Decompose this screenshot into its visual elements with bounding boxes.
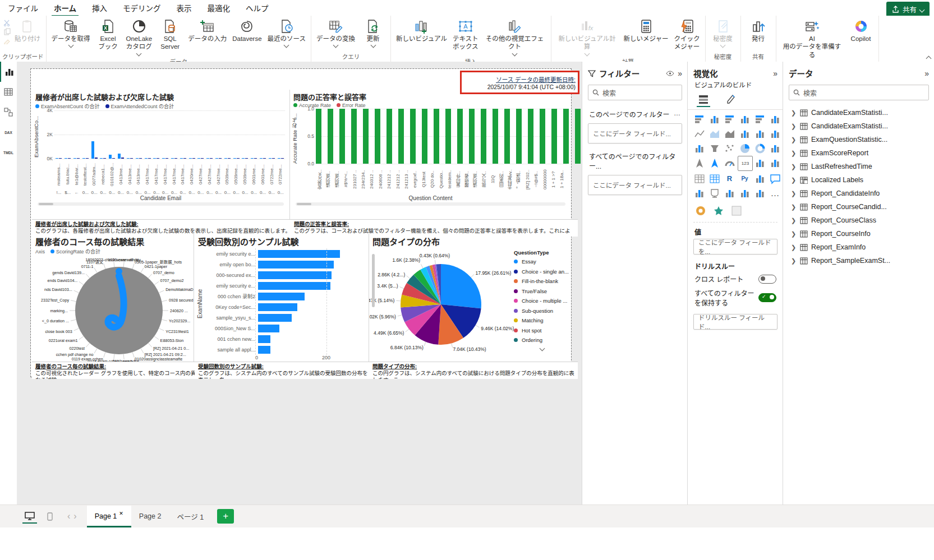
bar[interactable]	[481, 109, 486, 164]
legend-more-chevron-icon[interactable]	[514, 345, 570, 351]
scissors-icon[interactable]	[3, 19, 11, 26]
visual5-description[interactable]: 問題タイプの分布: この円グラフは、システム内のすべての試験における問題タイプの…	[369, 362, 578, 379]
menu-tab-ヘルプ[interactable]: ヘルプ	[238, 0, 277, 16]
hbar-row[interactable]: emily security e...	[204, 280, 369, 291]
bar-group[interactable]	[328, 109, 339, 164]
visual-type-icon-paginated[interactable]	[753, 186, 767, 200]
visual-type-icon-clustered-column[interactable]	[738, 112, 752, 126]
bar[interactable]	[445, 109, 451, 164]
bar[interactable]	[398, 109, 404, 164]
bar[interactable]	[540, 109, 545, 164]
hbar-row[interactable]: 000 cchen 录制2	[204, 291, 369, 302]
ribbon-button-Dataverse[interactable]: Dataverse	[229, 17, 264, 44]
next-page-icon[interactable]: ›	[73, 511, 76, 521]
filter-drop-this-page[interactable]: ここにデータ フィールド...	[588, 123, 682, 144]
bar[interactable]	[457, 109, 463, 164]
report-page[interactable]: 履修者が出席した試験および欠席した試験 ExamAbsentCount の合計E…	[31, 69, 571, 377]
bar[interactable]	[109, 155, 112, 159]
close-page-icon[interactable]: ✕	[119, 511, 123, 516]
menu-tab-ホーム[interactable]: ホーム	[46, 0, 84, 16]
bar[interactable]	[469, 109, 475, 164]
bar-group[interactable]	[516, 109, 528, 164]
visual-type-icon-comment[interactable]	[768, 172, 782, 186]
bar[interactable]	[575, 109, 581, 164]
bar[interactable]	[516, 109, 522, 164]
visual-type-icon-stacked-bar[interactable]	[692, 112, 706, 126]
menu-tab-モデリング[interactable]: モデリング	[115, 0, 169, 16]
visual-type-icon-python[interactable]: Py	[738, 172, 752, 186]
hbar-bar[interactable]	[258, 271, 332, 279]
ribbon-button-最近のソース[interactable]: 最近のソース	[265, 17, 309, 48]
expand-chevron-icon[interactable]: ❯	[791, 136, 797, 144]
report-canvas[interactable]: 履修者が出席した試験および欠席した試験 ExamAbsentCount の合計E…	[17, 62, 582, 505]
bar-group[interactable]	[434, 109, 445, 164]
visual-type-icon-scatter[interactable]	[723, 141, 737, 155]
bar[interactable]	[118, 154, 121, 159]
bar-group[interactable]	[117, 154, 126, 159]
visual4-plot[interactable]: ExamNameemily security e...emily open bo…	[195, 248, 369, 368]
expand-chevron-icon[interactable]: ❯	[791, 109, 797, 117]
pie-legend-item[interactable]: Sub-question	[514, 306, 570, 316]
cross-report-toggle[interactable]	[758, 275, 776, 284]
keep-all-filters-toggle[interactable]	[758, 293, 776, 302]
ribbon-button-Excelブック[interactable]: XExcel ブック	[93, 17, 123, 52]
ribbon-button-発行[interactable]: 発行	[743, 17, 774, 44]
copy-icon[interactable]	[3, 28, 11, 35]
hbar-row[interactable]: 001 cchen new...	[204, 334, 369, 344]
bar-group[interactable]	[540, 109, 551, 164]
bar-group[interactable]	[363, 109, 375, 164]
visual-type-icon-card[interactable]: 123	[738, 156, 753, 171]
bar-group[interactable]	[387, 109, 398, 164]
build-visual-mode-icon[interactable]	[697, 92, 710, 107]
pie-legend-item[interactable]: Fill-in-the-blank	[514, 276, 570, 286]
field-Report_CourseInfo[interactable]: ❯Report_CourseInfo	[786, 227, 931, 240]
visual-type-icon-slicer[interactable]	[753, 172, 767, 186]
visual1-plot[interactable]: 0K2K4KExamAbsentCo...msteams...tutu.blac…	[32, 110, 289, 206]
hbar-bar[interactable]	[258, 293, 305, 300]
hbar-row[interactable]: emily security e...	[204, 248, 369, 259]
visual-question-type-pie[interactable]: 問題タイプの分布 17.95K (26.61%)9.46K (14.02%)7.…	[369, 234, 571, 362]
expand-chevron-icon[interactable]: ❯	[791, 230, 797, 238]
custom-visual-slot[interactable]	[729, 203, 743, 217]
scrollbar-thumb[interactable]	[297, 203, 311, 205]
ribbon-button-新しいメジャー[interactable]: 新しいメジャー	[621, 17, 671, 44]
dax-query-view[interactable]: DAX	[0, 122, 17, 142]
ribbon-button-テキストボックス[interactable]: Aテキスト ボックス	[450, 17, 481, 52]
pie-legend-item[interactable]: Choice - multiple ...	[514, 296, 570, 306]
bar[interactable]	[528, 109, 533, 164]
pie-legend-item[interactable]: Essay	[514, 257, 570, 267]
visual-type-icon-pie[interactable]	[738, 141, 752, 155]
field-Report_CandidateInfo[interactable]: ❯Report_CandidateInfo	[786, 187, 931, 200]
ribbon-button-更新[interactable]: 更新	[358, 17, 388, 48]
visual-type-icon-qa[interactable]	[707, 186, 721, 200]
expand-chevron-icon[interactable]: ❯	[791, 217, 797, 224]
visual-type-icon-multi-card[interactable]	[753, 156, 767, 170]
ribbon-button-新しいビジュアル[interactable]: 新しいビジュアル	[393, 17, 450, 44]
bar-group[interactable]	[504, 109, 516, 164]
bar[interactable]	[328, 109, 333, 164]
collapse-data-pane-icon[interactable]: »	[924, 69, 929, 78]
visual-type-icon-line[interactable]	[692, 127, 706, 141]
expand-chevron-icon[interactable]: ❯	[791, 177, 797, 184]
visual2-plot[interactable]: 0.00.51.0Accurate Rate およ...安装JDK..请列谁..…	[290, 109, 571, 206]
bar-group[interactable]	[351, 109, 363, 164]
visual-type-icon-line-stacked-column[interactable]	[738, 127, 752, 141]
bar-group[interactable]	[339, 109, 351, 164]
expand-chevron-icon[interactable]: ❯	[791, 163, 797, 170]
filters-menu-icon[interactable]: …	[674, 109, 681, 119]
visual-radar-chart[interactable]: 履修者のコース毎の試験結果 AxisScoringRate の合計 1026-e…	[32, 234, 194, 362]
ribbon-button-OneLakeカタログ[interactable]: OneLake カタログ	[123, 17, 155, 57]
collapse-ribbon-icon[interactable]	[926, 56, 932, 62]
custom-visual-teal[interactable]	[711, 203, 725, 217]
visual-type-icon-narrative[interactable]	[692, 186, 706, 200]
page-tab-Page 2[interactable]: Page 2	[131, 506, 169, 527]
visual-type-icon-power-automate-2[interactable]	[738, 186, 752, 200]
data-search-input[interactable]: 検索	[789, 85, 929, 100]
menu-tab-表示[interactable]: 表示	[169, 0, 200, 16]
visual-accuracy-chart[interactable]: 問題の正答率と誤答率 Accurate RateError Rate 0.00.…	[290, 90, 571, 231]
hbar-row[interactable]: emily open bo...	[204, 259, 369, 270]
pie-legend-item[interactable]: Matching	[514, 316, 570, 326]
menu-tab-ファイル[interactable]: ファイル	[0, 0, 46, 16]
hbar-row[interactable]: sample all appl...	[204, 344, 369, 355]
bar-group[interactable]	[563, 109, 575, 164]
